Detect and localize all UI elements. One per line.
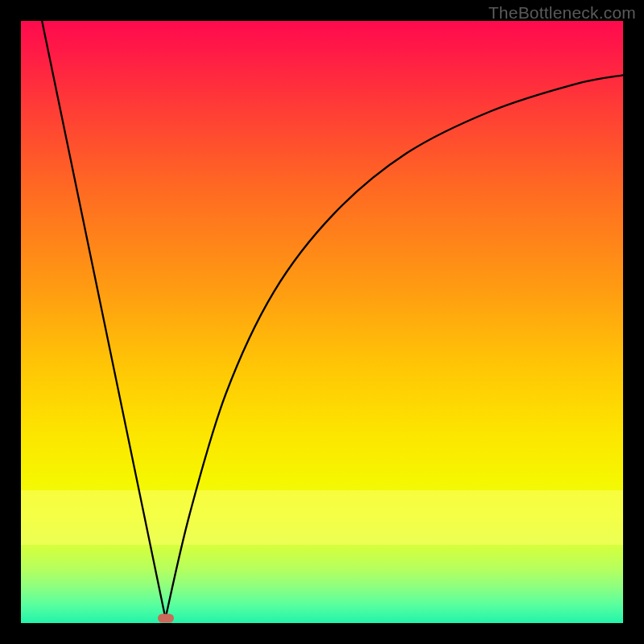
watermark-text: TheBottleneck.com xyxy=(489,3,636,23)
plot-area xyxy=(21,21,623,623)
minimum-marker xyxy=(158,614,174,623)
bottleneck-curve xyxy=(21,21,623,623)
